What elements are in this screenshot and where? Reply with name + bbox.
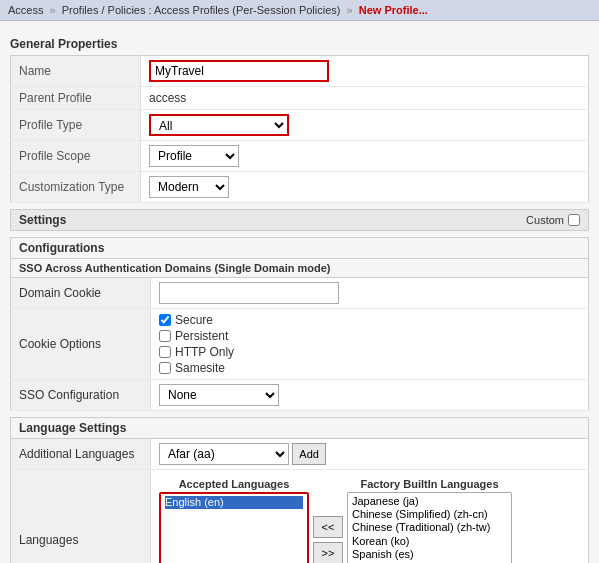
persistent-item: Persistent <box>159 329 580 343</box>
samesite-checkbox[interactable] <box>159 362 171 374</box>
samesite-label: Samesite <box>175 361 225 375</box>
secure-item: Secure <box>159 313 580 327</box>
sso-configuration-select[interactable]: None <box>159 384 279 406</box>
settings-label: Settings <box>19 213 66 227</box>
cookie-options-row: Cookie Options Secure Persistent HTTP On… <box>11 309 589 380</box>
profile-scope-cell: Profile Global <box>141 141 589 172</box>
domain-cookie-label: Domain Cookie <box>11 278 151 309</box>
lang-lists-container: Accepted Languages English (en) << >> Fa… <box>159 474 580 563</box>
customization-type-label: Customization Type <box>11 172 141 203</box>
additional-languages-select[interactable]: Afar (aa) Abkhazian (ab) Afrikaans (af) <box>159 443 289 465</box>
secure-label: Secure <box>175 313 213 327</box>
factory-languages-label: Factory BuiltIn Languages <box>347 478 512 490</box>
parent-profile-value: access <box>141 87 589 110</box>
profile-type-label: Profile Type <box>11 110 141 141</box>
profile-type-select[interactable]: All LTM SSL-VPN Portal Access Remote Des… <box>149 114 289 136</box>
name-row: Name <box>11 56 589 87</box>
profile-type-row: Profile Type All LTM SSL-VPN Portal Acce… <box>11 110 589 141</box>
customization-type-row: Customization Type Modern Standard <box>11 172 589 203</box>
language-settings-table: Additional Languages Afar (aa) Abkhazian… <box>10 438 589 563</box>
sso-configuration-row: SSO Configuration None <box>11 380 589 411</box>
sso-configuration-cell: None <box>151 380 589 411</box>
name-label: Name <box>11 56 141 87</box>
main-content: General Properties Name Parent Profile a… <box>0 21 599 563</box>
additional-languages-label: Additional Languages <box>11 439 151 470</box>
customization-type-cell: Modern Standard <box>141 172 589 203</box>
domain-cookie-row: Domain Cookie <box>11 278 589 309</box>
sso-config-table: Domain Cookie Cookie Options Secure Pers… <box>10 277 589 411</box>
name-cell <box>141 56 589 87</box>
profile-scope-label: Profile Scope <box>11 141 141 172</box>
additional-languages-row: Additional Languages Afar (aa) Abkhazian… <box>11 439 589 470</box>
domain-cookie-input[interactable] <box>159 282 339 304</box>
cookie-options-group: Secure Persistent HTTP Only Samesite <box>159 313 580 375</box>
breadcrumb-current: New Profile... <box>359 4 428 16</box>
move-right-button[interactable]: >> <box>313 542 343 563</box>
cookie-options-cell: Secure Persistent HTTP Only Samesite <box>151 309 589 380</box>
persistent-label: Persistent <box>175 329 228 343</box>
languages-cell: Accepted Languages English (en) << >> Fa… <box>151 470 589 564</box>
parent-profile-row: Parent Profile access <box>11 87 589 110</box>
settings-bar: Settings Custom <box>10 209 589 231</box>
accepted-languages-label: Accepted Languages <box>159 478 309 490</box>
breadcrumb-sep2: » <box>347 4 353 16</box>
language-settings-title: Language Settings <box>10 417 589 438</box>
general-properties-header: General Properties <box>10 37 589 51</box>
sso-configuration-label: SSO Configuration <box>11 380 151 411</box>
settings-right: Custom <box>526 214 580 226</box>
profile-scope-row: Profile Scope Profile Global <box>11 141 589 172</box>
persistent-checkbox[interactable] <box>159 330 171 342</box>
http-only-checkbox[interactable] <box>159 346 171 358</box>
breadcrumb-sep1: » <box>50 4 56 16</box>
samesite-item: Samesite <box>159 361 580 375</box>
lang-arrows: << >> <box>313 516 343 563</box>
custom-label: Custom <box>526 214 564 226</box>
name-input[interactable] <box>149 60 329 82</box>
general-properties-table: Name Parent Profile access Profile Type … <box>10 55 589 203</box>
add-language-button[interactable]: Add <box>292 443 326 465</box>
profile-scope-select[interactable]: Profile Global <box>149 145 239 167</box>
breadcrumb: Access » Profiles / Policies : Access Pr… <box>0 0 599 21</box>
customization-type-select[interactable]: Modern Standard <box>149 176 229 198</box>
accepted-languages-listbox[interactable]: English (en) <box>159 492 309 563</box>
domain-cookie-cell <box>151 278 589 309</box>
breadcrumb-access[interactable]: Access <box>8 4 43 16</box>
accepted-languages-box: Accepted Languages English (en) <box>159 478 309 563</box>
factory-languages-listbox[interactable]: Japanese (ja) Chinese (Simplified) (zh-c… <box>347 492 512 563</box>
cookie-options-label: Cookie Options <box>11 309 151 380</box>
breadcrumb-profiles[interactable]: Profiles / Policies : Access Profiles (P… <box>62 4 341 16</box>
http-only-item: HTTP Only <box>159 345 580 359</box>
move-left-button[interactable]: << <box>313 516 343 538</box>
custom-checkbox[interactable] <box>568 214 580 226</box>
sso-section-title: SSO Across Authentication Domains (Singl… <box>10 258 589 277</box>
http-only-label: HTTP Only <box>175 345 234 359</box>
secure-checkbox[interactable] <box>159 314 171 326</box>
additional-languages-cell: Afar (aa) Abkhazian (ab) Afrikaans (af) … <box>151 439 589 470</box>
languages-label: Languages <box>11 470 151 564</box>
factory-languages-box: Factory BuiltIn Languages Japanese (ja) … <box>347 478 512 563</box>
configurations-title: Configurations <box>10 237 589 258</box>
profile-type-cell: All LTM SSL-VPN Portal Access Remote Des… <box>141 110 589 141</box>
languages-row: Languages Accepted Languages English (en… <box>11 470 589 564</box>
parent-profile-label: Parent Profile <box>11 87 141 110</box>
